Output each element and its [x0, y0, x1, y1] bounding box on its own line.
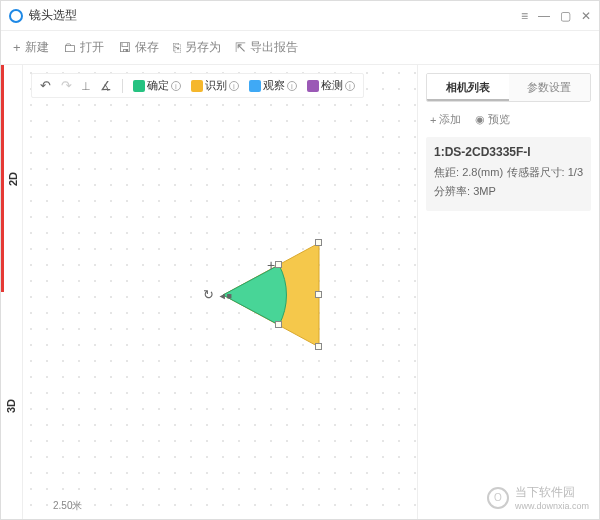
undo-button[interactable]: ↶: [38, 78, 53, 93]
plus-icon: +: [13, 40, 21, 55]
menu-icon[interactable]: ≡: [521, 9, 528, 23]
sidebar: 相机列表 参数设置 +添加 ◉预览 1:DS-2CD3335F-I 焦距: 2.…: [417, 65, 599, 519]
close-icon[interactable]: ✕: [581, 9, 591, 23]
legend-confirm[interactable]: 确定i: [131, 78, 183, 93]
redo-icon: ↷: [61, 78, 72, 93]
resolution-value: 3MP: [473, 185, 496, 197]
tab-params-label: 参数设置: [527, 81, 571, 93]
resolution-label: 分辨率:: [434, 185, 470, 197]
preview-button[interactable]: ◉预览: [475, 112, 510, 127]
tab-2d[interactable]: 2D: [1, 65, 22, 292]
sensor-label: 传感器尺寸:: [507, 166, 565, 178]
divider: [122, 79, 123, 93]
tab-3d-label: 3D: [6, 398, 18, 412]
redo-button[interactable]: ↷: [59, 78, 74, 93]
info-icon[interactable]: i: [171, 81, 181, 91]
blue-swatch-icon: [249, 80, 261, 92]
saveas-button[interactable]: ⎘另存为: [173, 39, 221, 56]
tab-camera-list[interactable]: 相机列表: [427, 74, 509, 101]
new-label: 新建: [25, 39, 49, 56]
open-button[interactable]: 🗀打开: [63, 39, 104, 56]
new-button[interactable]: +新建: [13, 39, 49, 56]
camera-title: 1:DS-2CD3335F-I: [434, 145, 583, 159]
info-icon[interactable]: i: [229, 81, 239, 91]
view-tabs: 2D 3D: [1, 65, 23, 519]
titlebar: 镜头选型 ≡ — ▢ ✕: [1, 1, 599, 31]
resize-handle[interactable]: [315, 291, 322, 298]
undo-icon: ↶: [40, 78, 51, 93]
watermark: O 当下软件园 www.downxia.com: [487, 484, 589, 511]
tab-2d-label: 2D: [7, 171, 19, 185]
app-icon: [9, 9, 23, 23]
resize-handle[interactable]: [275, 321, 282, 328]
preview-label: 预览: [488, 112, 510, 127]
open-label: 打开: [80, 39, 104, 56]
sensor-value: 1/3: [568, 166, 583, 178]
resize-handle[interactable]: [315, 343, 322, 350]
saveas-icon: ⎘: [173, 40, 181, 55]
legend-observe-label: 观察: [263, 78, 285, 93]
minimize-icon[interactable]: —: [538, 9, 550, 23]
export-label: 导出报告: [250, 39, 298, 56]
export-button[interactable]: ⇱导出报告: [235, 39, 298, 56]
app-title: 镜头选型: [29, 7, 77, 24]
angle-button[interactable]: ∡: [98, 78, 114, 93]
rotate-icon[interactable]: ↻ ◄■: [203, 287, 232, 302]
sidebar-tabs: 相机列表 参数设置: [426, 73, 591, 102]
maximize-icon[interactable]: ▢: [560, 9, 571, 23]
add-label: 添加: [439, 112, 461, 127]
angle-icon: ∡: [100, 78, 112, 93]
legend-identify[interactable]: 识别i: [189, 78, 241, 93]
tab-camera-list-label: 相机列表: [446, 81, 490, 93]
save-icon: 🖫: [118, 40, 131, 55]
legend-observe[interactable]: 观察i: [247, 78, 299, 93]
watermark-site: 当下软件园: [515, 484, 589, 501]
info-icon[interactable]: i: [345, 81, 355, 91]
export-icon: ⇱: [235, 40, 246, 55]
resize-handle[interactable]: [275, 261, 282, 268]
legend-detect[interactable]: 检测i: [305, 78, 357, 93]
info-icon[interactable]: i: [287, 81, 297, 91]
ruler-icon: ⟂: [82, 78, 90, 93]
tab-params[interactable]: 参数设置: [509, 74, 591, 101]
add-button[interactable]: +添加: [430, 112, 461, 127]
canvas-toolbar: ↶ ↷ ⟂ ∡ 确定i 识别i 观察i 检测i: [31, 73, 364, 98]
eye-icon: ◉: [475, 113, 485, 126]
save-button[interactable]: 🖫保存: [118, 39, 159, 56]
focal-value: 2.8(mm): [462, 166, 503, 178]
legend-confirm-label: 确定: [147, 78, 169, 93]
save-label: 保存: [135, 39, 159, 56]
tab-3d[interactable]: 3D: [1, 292, 22, 519]
purple-swatch-icon: [307, 80, 319, 92]
saveas-label: 另存为: [185, 39, 221, 56]
crosshair-icon: +: [267, 257, 275, 273]
plus-icon: +: [430, 114, 436, 126]
yellow-swatch-icon: [191, 80, 203, 92]
legend-identify-label: 识别: [205, 78, 227, 93]
watermark-logo-icon: O: [487, 487, 509, 509]
scale-label: 2.50米: [53, 499, 82, 513]
resize-handle[interactable]: [315, 239, 322, 246]
measure-button[interactable]: ⟂: [80, 78, 92, 93]
camera-card[interactable]: 1:DS-2CD3335F-I 焦距: 2.8(mm) 传感器尺寸: 1/3 分…: [426, 137, 591, 211]
folder-icon: 🗀: [63, 40, 76, 55]
legend-detect-label: 检测: [321, 78, 343, 93]
green-swatch-icon: [133, 80, 145, 92]
watermark-url: www.downxia.com: [515, 501, 589, 511]
focal-label: 焦距:: [434, 166, 459, 178]
menubar: +新建 🗀打开 🖫保存 ⎘另存为 ⇱导出报告: [1, 31, 599, 65]
